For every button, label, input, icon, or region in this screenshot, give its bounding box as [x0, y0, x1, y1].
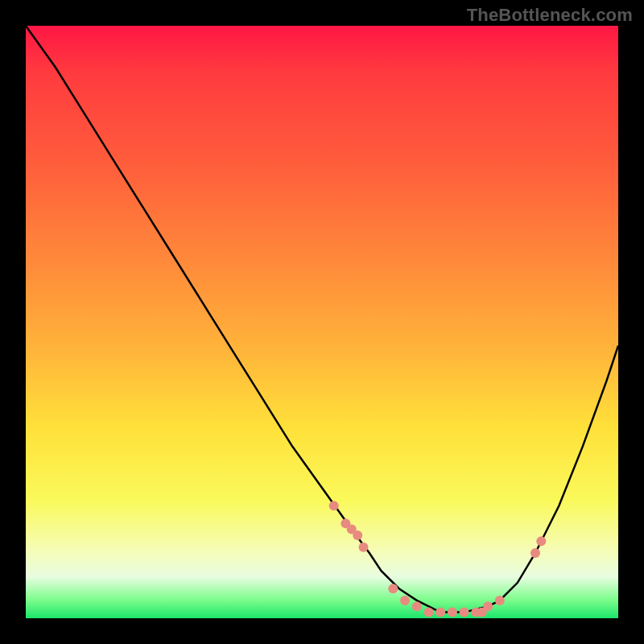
- curve-point: [483, 601, 493, 611]
- curve-point: [412, 601, 422, 611]
- curve-point: [424, 608, 434, 617]
- curve-point: [400, 596, 410, 605]
- curve-point: [329, 501, 339, 510]
- curve-point: [359, 543, 369, 552]
- curve-point: [536, 536, 546, 546]
- curve-point: [530, 548, 540, 558]
- curve-point: [460, 608, 469, 617]
- chart-frame: TheBottleneck.com: [0, 0, 644, 644]
- curve-point: [436, 608, 445, 617]
- curve-point: [495, 596, 505, 605]
- curve-points: [329, 501, 547, 617]
- plot-area: [26, 26, 618, 618]
- bottleneck-curve: [26, 26, 618, 618]
- curve-point: [448, 608, 457, 617]
- curve-point: [388, 584, 398, 593]
- watermark-label: TheBottleneck.com: [467, 5, 633, 26]
- curve-line: [26, 26, 618, 613]
- curve-point: [353, 530, 362, 540]
